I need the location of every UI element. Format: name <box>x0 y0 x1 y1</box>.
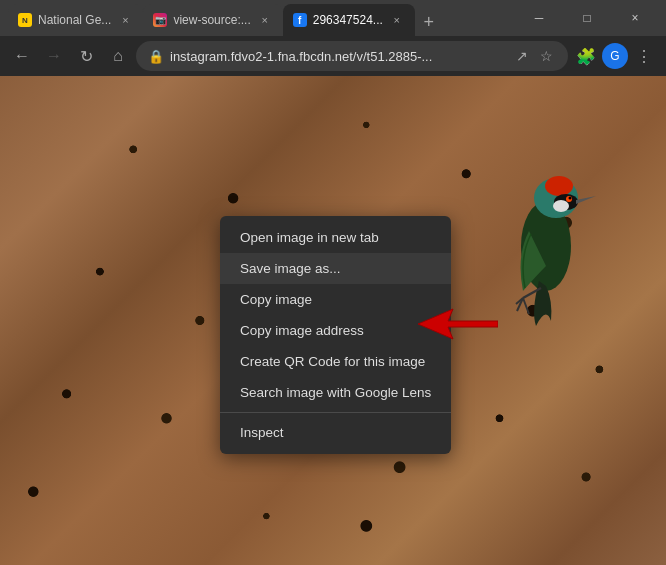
wood-background: Open image in new tab Save image as... C… <box>0 76 666 565</box>
red-arrow <box>418 304 498 348</box>
context-menu: Open image in new tab Save image as... C… <box>220 216 451 454</box>
tab-3-close[interactable]: × <box>389 12 405 28</box>
close-button[interactable]: × <box>612 2 658 34</box>
window-controls: ─ □ × <box>516 2 658 34</box>
content-area: Open image in new tab Save image as... C… <box>0 76 666 565</box>
share-icon[interactable]: ↗ <box>512 46 532 66</box>
new-tab-button[interactable]: + <box>415 8 443 36</box>
extensions-icon[interactable]: 🧩 <box>572 42 600 70</box>
address-bar[interactable]: 🔒 instagram.fdvo2-1.fna.fbcdn.net/v/t51.… <box>136 41 568 71</box>
svg-point-4 <box>553 200 569 212</box>
address-icons: ↗ ☆ <box>512 46 556 66</box>
reload-button[interactable]: ↻ <box>72 42 100 70</box>
toolbar-icons: 🧩 G ⋮ <box>572 42 658 70</box>
tab-3-favicon: f <box>293 13 307 27</box>
tab-2-title: view-source:... <box>173 13 250 27</box>
svg-point-2 <box>545 176 573 196</box>
tab-2-favicon: 📷 <box>153 13 167 27</box>
save-image-item[interactable]: Save image as... <box>220 253 451 284</box>
menu-separator <box>220 412 451 413</box>
tab-1-title: National Ge... <box>38 13 111 27</box>
copy-image-item[interactable]: Copy image <box>220 284 451 315</box>
svg-marker-5 <box>576 196 596 204</box>
tab-3-title: 296347524... <box>313 13 383 27</box>
svg-marker-12 <box>418 309 498 339</box>
maximize-button[interactable]: □ <box>564 2 610 34</box>
browser-chrome: N National Ge... × 📷 view-source:... × f… <box>0 0 666 76</box>
home-button[interactable]: ⌂ <box>104 42 132 70</box>
minimize-button[interactable]: ─ <box>516 2 562 34</box>
svg-line-11 <box>523 298 529 314</box>
svg-point-7 <box>569 197 572 200</box>
google-lens-item[interactable]: Search image with Google Lens <box>220 377 451 408</box>
nav-bar: ← → ↻ ⌂ 🔒 instagram.fdvo2-1.fna.fbcdn.ne… <box>0 36 666 76</box>
forward-button[interactable]: → <box>40 42 68 70</box>
woodpecker-image <box>481 126 611 350</box>
tab-1[interactable]: N National Ge... × <box>8 4 143 36</box>
tab-2[interactable]: 📷 view-source:... × <box>143 4 282 36</box>
tab-2-close[interactable]: × <box>257 12 273 28</box>
back-button[interactable]: ← <box>8 42 36 70</box>
open-new-tab-item[interactable]: Open image in new tab <box>220 222 451 253</box>
menu-icon[interactable]: ⋮ <box>630 42 658 70</box>
address-text: instagram.fdvo2-1.fna.fbcdn.net/v/t51.28… <box>170 49 506 64</box>
bookmark-icon[interactable]: ☆ <box>536 46 556 66</box>
tabs-area: N National Ge... × 📷 view-source:... × f… <box>8 0 508 36</box>
qr-code-item[interactable]: Create QR Code for this image <box>220 346 451 377</box>
title-bar: N National Ge... × 📷 view-source:... × f… <box>0 0 666 36</box>
tab-3[interactable]: f 296347524... × <box>283 4 415 36</box>
tab-1-favicon: N <box>18 13 32 27</box>
inspect-item[interactable]: Inspect <box>220 417 451 448</box>
lock-icon: 🔒 <box>148 49 164 64</box>
copy-address-item[interactable]: Copy image address <box>220 315 451 346</box>
tab-1-close[interactable]: × <box>117 12 133 28</box>
profile-button[interactable]: G <box>602 43 628 69</box>
